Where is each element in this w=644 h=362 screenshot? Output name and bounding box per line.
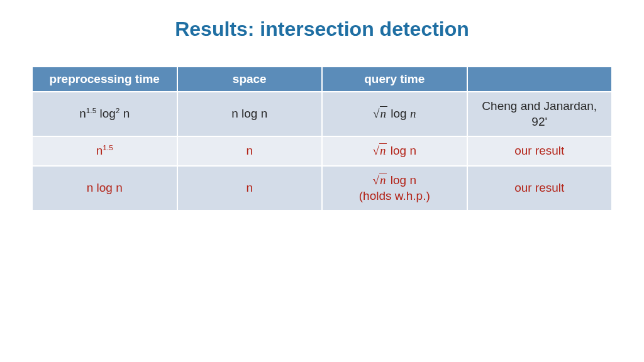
cell-space: n: [177, 136, 323, 166]
table-row: n1.5 n n log n our result: [32, 136, 612, 166]
results-table-wrap: preprocessing time space query time n1.5…: [0, 66, 644, 211]
col-ref: [467, 67, 613, 92]
col-preprocessing: preprocessing time: [32, 67, 177, 92]
cell-space: n log n: [177, 92, 323, 136]
cell-query: n log n: [322, 92, 467, 136]
cell-space: n: [177, 166, 323, 211]
table-row: n1.5 log2 n n log n n log n Cheng and Ja…: [32, 92, 612, 136]
cell-preprocessing: n1.5: [32, 136, 177, 166]
cell-preprocessing: n1.5 log2 n: [32, 92, 177, 136]
table-row: n log n n n log n (holds w.h.p.) our res…: [32, 166, 612, 211]
col-query: query time: [322, 67, 467, 92]
col-space: space: [177, 67, 323, 92]
cell-query: n log n: [322, 136, 467, 166]
cell-preprocessing: n log n: [32, 166, 177, 211]
cell-ref: our result: [467, 166, 613, 211]
slide-title: Results: intersection detection: [0, 0, 644, 66]
cell-ref: our result: [467, 136, 613, 166]
cell-query: n log n (holds w.h.p.): [322, 166, 467, 211]
cell-ref: Cheng and Janardan, 92': [467, 92, 613, 136]
results-table: preprocessing time space query time n1.5…: [31, 66, 613, 211]
query-note: (holds w.h.p.): [328, 189, 462, 204]
